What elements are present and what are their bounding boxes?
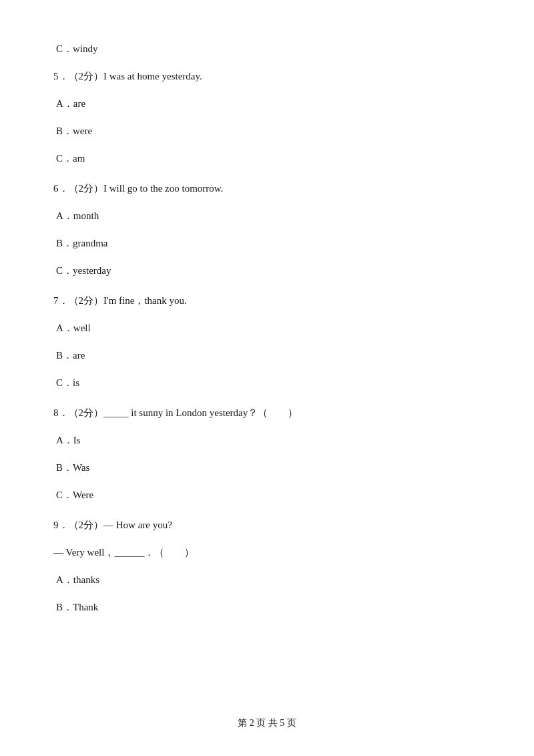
page-content: C．windy 5．（2分）I was at home yesterday. A… [0,0,534,669]
option-c-windy: C．windy [53,40,481,58]
question-9: 9．（2分）— How are you? — Very well，______．… [53,516,481,616]
option-9-b: B．Thank [53,598,481,616]
option-7-a: A．well [53,319,481,337]
option-7-c: C．is [53,374,481,392]
option-8-c: C．Were [53,486,481,504]
option-5-c: C．am [53,150,481,168]
question-7-text: 7．（2分）I'm fine，thank you. [53,292,481,310]
option-7-b: B．are [53,347,481,365]
option-6-c: C．yesterday [53,262,481,280]
question-8: 8．（2分）_____ it sunny in London yesterday… [53,404,481,504]
question-8-text: 8．（2分）_____ it sunny in London yesterday… [53,404,481,422]
option-5-a: A．are [53,95,481,113]
question-5-text: 5．（2分）I was at home yesterday. [53,67,481,85]
question-7: 7．（2分）I'm fine，thank you. A．well B．are C… [53,292,481,392]
question-6-text: 6．（2分）I will go to the zoo tomorrow. [53,180,481,198]
option-8-b: B．Was [53,459,481,477]
question-9-sub-text: — Very well，______．（ ） [53,544,481,562]
option-5-b: B．were [53,122,481,140]
question-6: 6．（2分）I will go to the zoo tomorrow. A．m… [53,180,481,280]
question-9-text: 9．（2分）— How are you? [53,516,481,534]
option-8-a: A．Is [53,431,481,449]
option-9-a: A．thanks [53,571,481,589]
option-6-a: A．month [53,207,481,225]
question-5: 5．（2分）I was at home yesterday. A．are B．w… [53,67,481,168]
option-6-b: B．grandma [53,234,481,252]
page-footer: 第 2 页 共 5 页 [0,717,534,729]
